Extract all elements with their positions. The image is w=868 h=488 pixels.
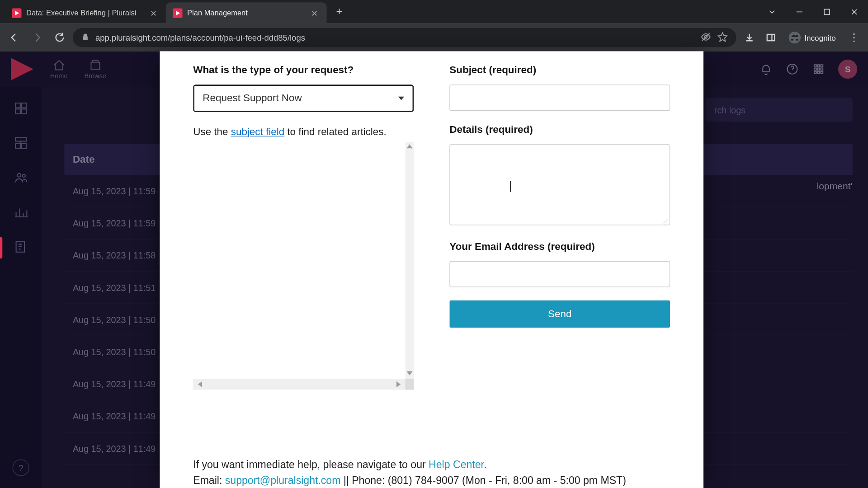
svg-rect-14 — [15, 103, 20, 108]
pluralsight-favicon-icon — [12, 8, 21, 18]
downloads-button[interactable] — [740, 28, 759, 47]
reload-button[interactable] — [50, 28, 69, 47]
send-button[interactable]: Send — [449, 300, 670, 328]
text-caret-icon — [510, 181, 511, 192]
svg-rect-7 — [821, 65, 823, 67]
row-text-fragment: lopment' — [817, 181, 853, 192]
back-button[interactable] — [5, 28, 24, 47]
app-sidebar: ? — [0, 87, 42, 488]
address-bar[interactable]: app.pluralsight.com/plans/account/pa-ui-… — [73, 28, 736, 47]
browse-icon — [89, 59, 102, 71]
scroll-up-icon[interactable] — [406, 144, 412, 148]
tab-title: Data: Executive Briefing | Pluralsi — [26, 9, 144, 17]
details-textarea[interactable] — [449, 144, 670, 225]
support-email-link[interactable]: support@pluralsight.com — [225, 474, 341, 486]
dashboard-icon[interactable] — [14, 101, 28, 118]
browser-tab-0[interactable]: Data: Executive Briefing | Pluralsi ✕ — [5, 2, 166, 23]
apps-grid-icon[interactable] — [812, 62, 825, 75]
svg-rect-11 — [814, 71, 816, 74]
help-button[interactable]: ? — [13, 460, 29, 476]
star-icon[interactable] — [717, 31, 728, 44]
forward-button[interactable] — [28, 28, 47, 47]
svg-rect-12 — [817, 71, 820, 74]
logs-icon[interactable] — [14, 239, 28, 256]
svg-rect-9 — [817, 68, 820, 70]
url-text: app.pluralsight.com/plans/account/pa-ui-… — [95, 33, 695, 42]
maximize-button[interactable] — [813, 0, 841, 24]
incognito-indicator[interactable]: Incognito — [783, 29, 842, 46]
people-icon[interactable] — [14, 170, 28, 187]
request-type-value: Request Support Now — [203, 92, 302, 104]
horizontal-scrollbar[interactable] — [193, 379, 414, 390]
nav-home[interactable]: Home — [50, 59, 68, 80]
hint-text: Use the subject field to find related ar… — [193, 127, 414, 138]
minimize-button[interactable] — [786, 0, 813, 24]
pluralsight-favicon-icon — [173, 8, 182, 18]
tab-search-button[interactable] — [758, 0, 786, 24]
request-type-select[interactable]: Request Support Now — [193, 84, 414, 112]
close-icon[interactable]: ✕ — [149, 8, 159, 18]
svg-rect-15 — [21, 103, 26, 108]
incognito-label: Incognito — [804, 33, 836, 42]
nav-browse[interactable]: Browse — [84, 59, 106, 80]
scroll-corner — [406, 379, 414, 390]
close-window-button[interactable] — [840, 0, 868, 24]
subject-label: Subject (required) — [449, 64, 670, 76]
browser-toolbar: app.pluralsight.com/plans/account/pa-ui-… — [0, 24, 868, 52]
browser-titlebar: Data: Executive Briefing | Pluralsi ✕ Pl… — [0, 0, 868, 24]
tab-title: Plan Management — [187, 9, 305, 17]
svg-rect-16 — [15, 109, 20, 114]
incognito-icon — [789, 32, 801, 43]
svg-rect-8 — [814, 68, 816, 70]
lock-icon — [81, 33, 89, 42]
bell-icon[interactable] — [760, 62, 773, 75]
svg-rect-10 — [821, 68, 823, 70]
svg-rect-19 — [15, 144, 20, 149]
subject-input[interactable] — [449, 84, 670, 111]
scroll-down-icon[interactable] — [406, 371, 412, 375]
help-circle-icon[interactable] — [786, 62, 799, 75]
browser-tab-1[interactable]: Plan Management ✕ — [166, 2, 327, 23]
svg-rect-13 — [821, 71, 823, 74]
avatar[interactable]: S — [838, 60, 857, 79]
browser-menu-button[interactable]: ⋮ — [844, 28, 863, 47]
new-tab-button[interactable]: + — [330, 2, 349, 20]
footer-help-text: If you want immediate help, please navig… — [193, 458, 670, 488]
email-label: Your Email Address (required) — [449, 241, 670, 253]
svg-rect-20 — [21, 144, 26, 149]
svg-rect-5 — [814, 65, 816, 67]
request-type-label: What is the type of your request? — [193, 64, 414, 76]
help-center-link[interactable]: Help Center — [429, 459, 484, 471]
svg-rect-17 — [21, 109, 26, 114]
home-icon — [52, 59, 66, 71]
side-panel-button[interactable] — [761, 28, 780, 47]
eye-off-icon[interactable] — [701, 31, 712, 44]
related-articles-pane[interactable] — [193, 142, 414, 390]
svg-rect-3 — [91, 62, 99, 70]
support-modal: What is the type of your request? Reques… — [160, 51, 703, 488]
close-icon[interactable]: ✕ — [310, 8, 320, 18]
svg-rect-0 — [824, 9, 830, 14]
analytics-icon[interactable] — [14, 205, 28, 222]
details-label: Details (required) — [449, 124, 670, 136]
subject-field-link[interactable]: subject field — [231, 127, 284, 138]
svg-rect-6 — [817, 65, 820, 67]
svg-rect-18 — [15, 138, 26, 141]
svg-point-22 — [22, 174, 25, 178]
email-input[interactable] — [449, 261, 670, 287]
pluralsight-logo-icon[interactable] — [11, 58, 33, 80]
svg-rect-2 — [767, 34, 775, 41]
search-logs-input[interactable]: rch logs — [706, 98, 852, 122]
org-icon[interactable] — [14, 136, 28, 153]
svg-point-21 — [17, 174, 21, 177]
